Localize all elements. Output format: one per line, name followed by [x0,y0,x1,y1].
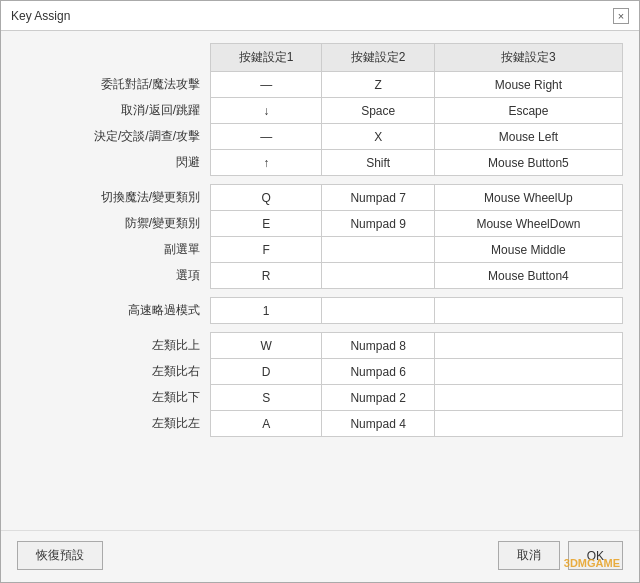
row-label: 切換魔法/變更類別 [17,185,211,211]
footer: 恢復預設 取消 OK [1,530,639,582]
footer-left: 恢復預設 [17,541,103,570]
row-label: 副選單 [17,237,211,263]
row-label: 決定/交談/調查/攻擊 [17,124,211,150]
row-label: 選項 [17,263,211,289]
row-key2[interactable] [322,263,434,289]
row-key2[interactable]: Numpad 4 [322,411,434,437]
row-key3[interactable]: Mouse Button5 [434,150,622,176]
table-spacer-row [17,176,623,185]
row-key1[interactable]: — [211,124,322,150]
cancel-button[interactable]: 取消 [498,541,560,570]
row-label: 左類比左 [17,411,211,437]
row-key3[interactable]: Mouse WheelDown [434,211,622,237]
header-col3: 按鍵設定3 [434,44,622,72]
row-key2[interactable]: Shift [322,150,434,176]
footer-right: 取消 OK [498,541,623,570]
row-key1[interactable]: A [211,411,322,437]
table-row: 選項RMouse Button4 [17,263,623,289]
row-key3[interactable]: Mouse WheelUp [434,185,622,211]
row-key3[interactable] [434,385,622,411]
header-col1: 按鍵設定1 [211,44,322,72]
row-label: 高速略過模式 [17,298,211,324]
row-key1[interactable]: R [211,263,322,289]
row-key2[interactable]: Space [322,98,434,124]
row-key3[interactable]: Mouse Middle [434,237,622,263]
window-title: Key Assign [11,9,70,23]
row-key2[interactable]: Numpad 8 [322,333,434,359]
table-row: 副選單FMouse Middle [17,237,623,263]
row-key1[interactable]: S [211,385,322,411]
row-key3[interactable]: Mouse Button4 [434,263,622,289]
row-key2[interactable]: Numpad 6 [322,359,434,385]
table-row: 切換魔法/變更類別QNumpad 7Mouse WheelUp [17,185,623,211]
table-row: 左類比右DNumpad 6 [17,359,623,385]
row-key3[interactable] [434,333,622,359]
content-area: 按鍵設定1 按鍵設定2 按鍵設定3 委託對話/魔法攻擊—ZMouse Right… [1,31,639,530]
table-row: 左類比左ANumpad 4 [17,411,623,437]
close-button[interactable]: × [613,8,629,24]
table-spacer-row [17,289,623,298]
row-key3[interactable]: Escape [434,98,622,124]
row-key1[interactable]: F [211,237,322,263]
header-label-col [17,44,211,72]
table-row: 左類比下SNumpad 2 [17,385,623,411]
row-key3[interactable] [434,411,622,437]
row-label: 左類比下 [17,385,211,411]
row-key2[interactable]: Numpad 2 [322,385,434,411]
row-key1[interactable]: ↓ [211,98,322,124]
table-row: 高速略過模式1 [17,298,623,324]
table-row: 防禦/變更類別ENumpad 9Mouse WheelDown [17,211,623,237]
row-key3[interactable] [434,359,622,385]
row-key2[interactable] [322,298,434,324]
row-key3[interactable]: Mouse Left [434,124,622,150]
row-key2[interactable]: X [322,124,434,150]
row-key1[interactable]: E [211,211,322,237]
main-window: Key Assign × 按鍵設定1 按鍵設定2 按鍵設定3 委託對話/魔法攻擊… [0,0,640,583]
table-row: 委託對話/魔法攻擊—ZMouse Right [17,72,623,98]
table-row: 決定/交談/調查/攻擊—XMouse Left [17,124,623,150]
row-label: 左類比上 [17,333,211,359]
title-bar: Key Assign × [1,1,639,31]
row-key1[interactable]: ↑ [211,150,322,176]
key-assign-table: 按鍵設定1 按鍵設定2 按鍵設定3 委託對話/魔法攻擊—ZMouse Right… [17,43,623,437]
row-key2[interactable]: Numpad 7 [322,185,434,211]
table-row: 左類比上WNumpad 8 [17,333,623,359]
row-key3[interactable] [434,298,622,324]
ok-button[interactable]: OK [568,541,623,570]
row-key2[interactable]: Z [322,72,434,98]
row-key3[interactable]: Mouse Right [434,72,622,98]
reset-button[interactable]: 恢復預設 [17,541,103,570]
row-label: 防禦/變更類別 [17,211,211,237]
row-key1[interactable]: W [211,333,322,359]
row-label: 委託對話/魔法攻擊 [17,72,211,98]
table-row: 取消/返回/跳躍↓SpaceEscape [17,98,623,124]
row-key1[interactable]: 1 [211,298,322,324]
table-spacer-row [17,324,623,333]
row-key1[interactable]: D [211,359,322,385]
row-label: 閃避 [17,150,211,176]
row-key2[interactable] [322,237,434,263]
table-header-row: 按鍵設定1 按鍵設定2 按鍵設定3 [17,44,623,72]
header-col2: 按鍵設定2 [322,44,434,72]
row-key1[interactable]: Q [211,185,322,211]
row-label: 取消/返回/跳躍 [17,98,211,124]
row-key2[interactable]: Numpad 9 [322,211,434,237]
row-key1[interactable]: — [211,72,322,98]
table-row: 閃避↑ShiftMouse Button5 [17,150,623,176]
row-label: 左類比右 [17,359,211,385]
